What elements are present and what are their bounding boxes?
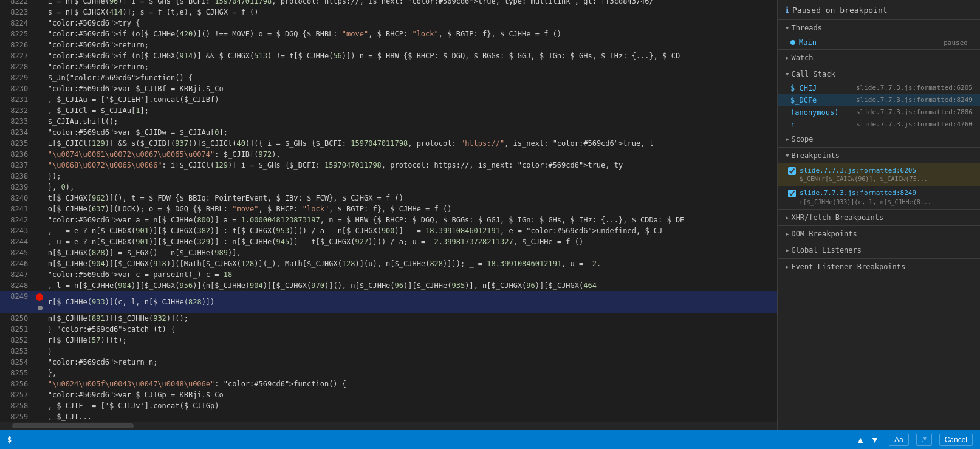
watch-triangle: [786, 55, 789, 61]
breakpoints-header[interactable]: Breakpoints: [778, 148, 980, 163]
line-marker[interactable]: [33, 236, 46, 247]
console-input[interactable]: [19, 436, 846, 444]
line-marker[interactable]: [33, 61, 46, 72]
line-marker[interactable]: [33, 335, 46, 346]
line-content: i[$_CJICl(129)] && s($_CJIBf(937))[$_CJI…: [46, 138, 777, 149]
line-number: 8248: [0, 280, 33, 291]
line-marker[interactable]: [33, 18, 46, 29]
line-marker[interactable]: [33, 0, 46, 7]
regex-button[interactable]: .*: [916, 434, 932, 446]
line-marker[interactable]: [33, 116, 46, 127]
line-marker[interactable]: [33, 72, 46, 83]
line-content: i = n[$_CJHHe(96)] i = $_GHs {$_BCFI: 15…: [46, 0, 777, 7]
line-marker[interactable]: [33, 29, 46, 39]
code-scroll[interactable]: 8222 i = n[$_CJHHe(96)] i = $_GHs {$_BCF…: [0, 0, 777, 422]
cancel-button[interactable]: Cancel: [939, 434, 973, 446]
line-marker[interactable]: [33, 182, 46, 193]
line-marker[interactable]: [33, 204, 46, 214]
nav-down-button[interactable]: ▼: [868, 434, 882, 446]
breakpoints-section: Breakpoints slide.7.7.3.js:formatted:620…: [778, 148, 980, 210]
line-marker[interactable]: [33, 389, 46, 400]
line-marker[interactable]: [33, 291, 46, 313]
xhr-header[interactable]: XHR/fetch Breakpoints: [778, 210, 980, 225]
call-stack-item[interactable]: (anonymous)slide.7.7.3.js:formatted:7886: [778, 106, 980, 118]
threads-label: Threads: [791, 24, 822, 32]
scope-header[interactable]: Scope: [778, 131, 980, 147]
line-marker[interactable]: [33, 94, 46, 105]
aa-button[interactable]: Aa: [889, 434, 909, 446]
line-content: $_CJIAu.shift();: [46, 116, 777, 127]
line-marker[interactable]: [33, 280, 46, 291]
line-marker[interactable]: [33, 411, 46, 422]
line-marker[interactable]: [33, 379, 46, 389]
table-row: 8229 $_Jn("color:#569cd6">function() {: [0, 72, 777, 83]
table-row: 8233 $_CJIAu.shift();: [0, 116, 777, 127]
line-number: 8249: [0, 291, 33, 313]
line-marker[interactable]: [33, 214, 46, 225]
call-stack-item[interactable]: $_DCFeslide.7.7.3.js:formatted:8249: [778, 94, 980, 106]
line-marker[interactable]: [33, 368, 46, 379]
threads-header[interactable]: Threads: [778, 20, 980, 36]
line-marker[interactable]: [33, 193, 46, 204]
line-marker[interactable]: [33, 313, 46, 324]
line-content: }, 0),: [46, 182, 777, 193]
xhr-label: XHR/fetch Breakpoints: [791, 213, 883, 222]
line-content: r[$_CJHHe(933)](c, l, n[$_CJHHe(828)]): [46, 291, 777, 313]
line-number: 8252: [0, 335, 33, 346]
table-row: 8232 , $_CJICl = $_CJIAu[1];: [0, 105, 777, 116]
table-row: 8251 } "color:#569cd6">catch (t) {: [0, 324, 777, 335]
scrollbar-thumb[interactable]: [12, 423, 134, 428]
line-number: 8247: [0, 269, 33, 280]
line-marker[interactable]: [33, 7, 46, 18]
line-number: 8224: [0, 18, 33, 29]
event-header[interactable]: Event Listener Breakpoints: [778, 259, 980, 275]
line-marker[interactable]: [33, 127, 46, 138]
event-triangle: [786, 264, 789, 270]
line-number: 8254: [0, 357, 33, 368]
line-marker[interactable]: [33, 258, 46, 269]
line-marker[interactable]: [33, 149, 46, 160]
horizontal-scrollbar[interactable]: [0, 422, 777, 430]
line-marker[interactable]: [33, 39, 46, 50]
call-stack-section: Call Stack $_CHIJslide.7.7.3.js:formatte…: [778, 66, 980, 131]
table-row: 8246 n[$_CJHHe(904)][$_CJHGX(918)]([Math…: [0, 258, 777, 269]
table-row: 8255 },: [0, 368, 777, 379]
line-marker[interactable]: [33, 83, 46, 94]
dom-label: DOM Breakpoints: [791, 230, 857, 238]
code-table: 8222 i = n[$_CJHHe(96)] i = $_GHs {$_BCF…: [0, 0, 777, 422]
line-marker[interactable]: [33, 160, 46, 171]
breakpoint-checkbox[interactable]: [788, 190, 796, 197]
watch-header[interactable]: Watch: [778, 50, 980, 66]
line-content: }: [46, 346, 777, 357]
call-stack-item[interactable]: $_CHIJslide.7.7.3.js:formatted:6205: [778, 82, 980, 94]
line-marker[interactable]: [33, 105, 46, 116]
line-marker[interactable]: [33, 225, 46, 236]
line-marker[interactable]: [33, 400, 46, 411]
line-marker[interactable]: [33, 50, 46, 61]
table-row: 8228 "color:#569cd6">return;: [0, 61, 777, 72]
line-marker[interactable]: [33, 247, 46, 258]
code-area[interactable]: 8222 i = n[$_CJHHe(96)] i = $_GHs {$_BCF…: [0, 0, 777, 422]
line-marker[interactable]: [33, 269, 46, 280]
line-number: 8233: [0, 116, 33, 127]
call-stack-header[interactable]: Call Stack: [778, 66, 980, 82]
call-stack-item[interactable]: rslide.7.7.3.js:formatted:4760: [778, 118, 980, 131]
dom-header[interactable]: DOM Breakpoints: [778, 226, 980, 242]
breakpoint-condition: $_CEN(r[$_CAICw(96)], $_CAICw(75...: [800, 175, 928, 183]
line-number: 8225: [0, 29, 33, 39]
breakpoint-checkbox[interactable]: [788, 167, 796, 175]
global-triangle: [786, 247, 789, 253]
line-marker[interactable]: [33, 357, 46, 368]
line-marker[interactable]: [33, 346, 46, 357]
line-marker[interactable]: [33, 171, 46, 182]
global-header[interactable]: Global Listeners: [778, 242, 980, 258]
line-number: 8232: [0, 105, 33, 116]
line-content: $_Jn("color:#569cd6">function() {: [46, 72, 777, 83]
nav-up-button[interactable]: ▲: [854, 434, 867, 446]
line-content: o[$_CJHHe(637)](LOCK); o = $_DGQ {$_BHBL…: [46, 204, 777, 214]
line-content: });: [46, 171, 777, 182]
nav-arrows: ▲ ▼: [854, 434, 882, 446]
line-marker[interactable]: [33, 324, 46, 335]
line-content: },: [46, 368, 777, 379]
line-marker[interactable]: [33, 138, 46, 149]
